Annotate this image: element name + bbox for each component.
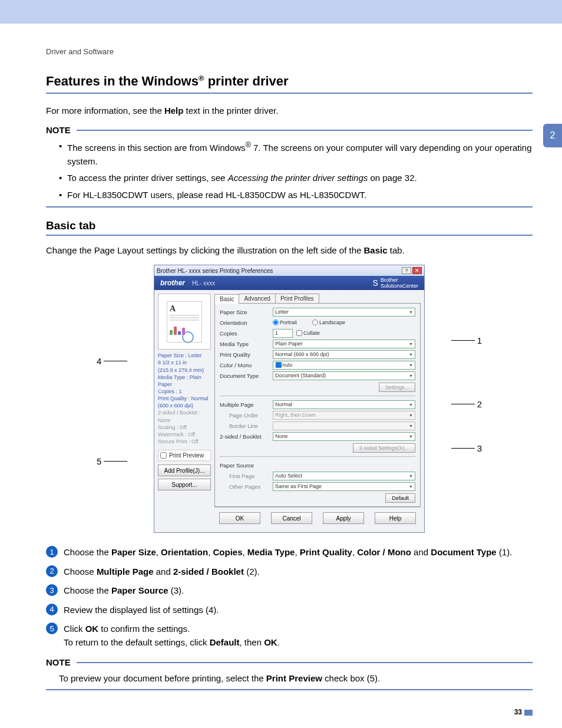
paper-size-select[interactable]: Letter▼ — [273, 308, 415, 317]
label-print-quality: Print Quality — [220, 351, 273, 358]
label-orientation: Orientation — [220, 319, 273, 326]
print-preferences-dialog: Brother HL- xxxx series Printing Prefere… — [154, 265, 425, 533]
two-sided-settings-button[interactable]: 2-sided Settings(X)... — [353, 443, 415, 453]
print-preview-checkbox[interactable]: Print Preview — [158, 450, 211, 461]
note2-text: To preview your document before printing… — [46, 672, 533, 686]
label-copies: Copies — [220, 330, 273, 337]
callout-1: 1 — [477, 335, 482, 345]
page-number: 33 — [46, 708, 533, 716]
tabs: Basic Advanced Print Profiles — [214, 294, 421, 304]
note-list: The screens in this section are from Win… — [46, 140, 533, 202]
doc-type-select[interactable]: Document (Standard)▼ — [273, 371, 415, 380]
note-bottom-rule — [46, 206, 533, 207]
multiple-page-select[interactable]: Normal▼ — [273, 400, 415, 409]
step-badge-4: 4 — [46, 604, 58, 615]
portrait-radio[interactable]: Portrait — [273, 319, 297, 325]
label-multiple-page: Multiple Page — [220, 401, 273, 408]
landscape-radio[interactable]: Landscape — [312, 319, 345, 325]
section-intro: Change the Page Layout settings by click… — [46, 244, 533, 256]
help-button[interactable]: Help — [375, 512, 416, 524]
note2-heading: NOTE — [46, 657, 71, 667]
copies-input[interactable]: 1 — [273, 329, 293, 338]
titlebar: Brother HL- xxxx series Printing Prefere… — [154, 265, 424, 276]
note-rule — [77, 130, 533, 131]
support-button[interactable]: Support... — [158, 479, 211, 490]
callout-5: 5 — [97, 456, 101, 466]
intro-text: For more information, see the Help text … — [46, 104, 533, 117]
callout-2: 2 — [477, 399, 482, 409]
settings-summary: Paper Size : Letter 8 1/2 x 11 in (215.9… — [158, 352, 211, 445]
brother-logo: brother — [160, 279, 185, 287]
section-title: Basic tab — [46, 219, 533, 236]
label-doc-type: Document Type — [220, 373, 273, 379]
other-pages-select[interactable]: Same as First Page▼ — [273, 482, 415, 491]
step-badge-1: 1 — [46, 546, 58, 558]
label-border-line: Border Line — [220, 423, 273, 429]
tab-print-profiles[interactable]: Print Profiles — [275, 294, 319, 303]
dialog-diagram: 4 5 1 2 3 Brother HL- xxxx series Printi… — [121, 265, 457, 533]
two-sided-select[interactable]: None▼ — [273, 432, 415, 441]
tab-advanced[interactable]: Advanced — [239, 294, 275, 303]
label-media-type: Media Type — [220, 341, 273, 347]
collate-checkbox[interactable]: Collate — [296, 330, 320, 336]
steps-list: 1Choose the Paper Size, Orientation, Cop… — [46, 546, 533, 649]
label-two-sided: 2-sided / Booklet — [220, 433, 273, 440]
top-accent-bar — [0, 0, 562, 24]
page-order-select: Right, then Down▼ — [273, 411, 415, 420]
apply-button[interactable]: Apply — [323, 512, 364, 524]
color-mono-select[interactable]: 🟦 Auto▼ — [273, 361, 415, 370]
label-paper-size: Paper Size — [220, 309, 273, 315]
label-page-order: Page Order — [220, 412, 273, 419]
page-preview[interactable]: A — [158, 294, 211, 350]
label-color-mono: Color / Mono — [220, 362, 273, 368]
close-icon[interactable]: ✕ — [412, 267, 422, 274]
add-profile-button[interactable]: Add Profile(J)... — [158, 465, 211, 476]
label-other-pages: Other Pages — [220, 483, 273, 490]
cancel-button[interactable]: Cancel — [271, 512, 312, 524]
note-heading: NOTE — [46, 125, 71, 135]
chevron-down-icon: ▼ — [409, 310, 413, 314]
page-title: Features in the Windows® printer driver — [46, 74, 533, 94]
print-preview-input[interactable] — [160, 452, 167, 459]
label-paper-source: Paper Source — [220, 462, 273, 469]
brand-bar: brother HL- xxxx S BrotherSolutionsCente… — [154, 276, 424, 290]
ok-button[interactable]: OK — [219, 512, 260, 524]
settings-button[interactable]: Settings... — [379, 383, 415, 392]
border-line-select: ▼ — [273, 421, 415, 430]
breadcrumb: Driver and Software — [46, 47, 533, 56]
callout-3: 3 — [477, 443, 482, 453]
model-label: HL- xxxx — [192, 280, 215, 286]
help-icon[interactable]: ? — [402, 267, 411, 274]
titlebar-title: Brother HL- xxxx series Printing Prefere… — [157, 268, 273, 274]
media-type-select[interactable]: Plain Paper▼ — [273, 340, 415, 348]
callout-4: 4 — [97, 356, 101, 366]
first-page-select[interactable]: Auto Select▼ — [273, 472, 415, 480]
step-badge-5: 5 — [46, 622, 58, 634]
tab-basic[interactable]: Basic — [214, 294, 239, 304]
default-button[interactable]: Default — [385, 493, 415, 503]
step-badge-2: 2 — [46, 565, 58, 577]
step-badge-3: 3 — [46, 584, 58, 596]
print-quality-select[interactable]: Normal (600 x 600 dpi)▼ — [273, 350, 415, 359]
chapter-tab: 2 — [543, 124, 562, 147]
solutions-center-link[interactable]: S BrotherSolutionsCenter — [373, 277, 418, 289]
label-first-page: First Page — [220, 473, 273, 479]
